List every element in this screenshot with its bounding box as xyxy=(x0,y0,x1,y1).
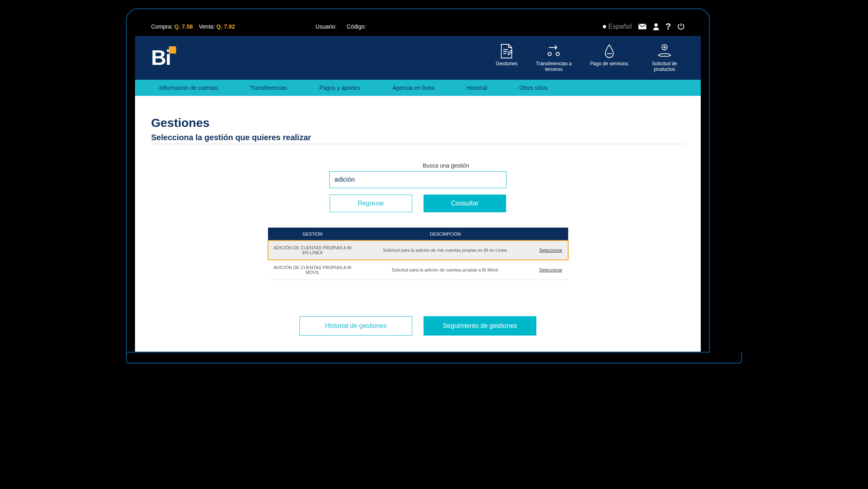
language-label: Español xyxy=(608,23,632,30)
nav-informacion-cuentas[interactable]: Información de cuentas xyxy=(159,85,218,91)
nav-historial[interactable]: Historial xyxy=(467,85,487,91)
hand-plus-icon xyxy=(656,43,673,59)
header: Bi Gestiones Transferencias a terceros xyxy=(135,36,701,80)
power-icon[interactable] xyxy=(677,23,685,30)
main-content: Gestiones Selecciona la gestión que quie… xyxy=(135,96,701,352)
nav-agencia-linea[interactable]: Agencia en línea xyxy=(392,85,434,91)
nav-otros-sitios[interactable]: Otros sitios xyxy=(519,85,548,91)
header-action-transferencias[interactable]: Transferencias a terceros xyxy=(534,43,574,73)
codigo-label: Código: xyxy=(347,23,366,30)
page-subtitle: Selecciona la gestión que quieres realiz… xyxy=(151,133,685,142)
compra-label: Compra: xyxy=(151,23,173,30)
nav-transferencias[interactable]: Transferencias xyxy=(250,85,287,91)
page-title: Gestiones xyxy=(151,116,685,130)
select-link[interactable]: Seleccionar xyxy=(539,248,562,253)
help-icon[interactable]: ? xyxy=(666,21,671,32)
logo-square-icon xyxy=(169,46,176,54)
compra-value: Q. 7.58 xyxy=(174,23,193,30)
language-selector[interactable]: Español xyxy=(603,23,632,30)
user-icon[interactable] xyxy=(653,23,659,30)
table-header-descripcion: DESCRIPCIÓN xyxy=(357,228,534,240)
cell-gestion: ADICIÓN DE CUENTAS PROPIAS A BI MÓVIL xyxy=(268,260,357,280)
venta-value: Q. 7.92 xyxy=(216,23,235,30)
logo[interactable]: Bi xyxy=(151,46,170,70)
mail-icon[interactable] xyxy=(638,24,646,29)
history-button[interactable]: Historial de gestiones xyxy=(299,316,412,336)
header-action-pago-servicios[interactable]: Pago de servicios xyxy=(590,43,628,73)
table-row: ADICIÓN DE CUENTAS PROPIAS A BI EN LÍNEA… xyxy=(268,240,568,260)
venta-label: Venta: xyxy=(199,23,215,30)
svg-point-1 xyxy=(654,23,658,27)
svg-point-2 xyxy=(548,52,551,56)
document-icon xyxy=(498,43,515,59)
query-button[interactable]: Consultar xyxy=(424,195,506,212)
title-divider xyxy=(151,144,685,144)
drop-icon xyxy=(601,43,617,59)
navbar: Información de cuentas Transferencias Pa… xyxy=(135,80,701,96)
table-header-gestion: GESTIÓN xyxy=(268,228,357,240)
select-link[interactable]: Seleccionar xyxy=(539,267,562,272)
table-header-action xyxy=(534,228,568,240)
cell-descripcion: Solicitud para la adición de cuentas pro… xyxy=(357,260,534,280)
results-table: GESTIÓN DESCRIPCIÓN ADICIÓN DE CUENTAS P… xyxy=(268,228,568,280)
transfer-icon xyxy=(546,43,562,59)
topbar: Compra: Q. 7.58 Venta: Q. 7.92 Usuario: … xyxy=(135,17,701,36)
cell-descripcion: Solicitud para la adición de mis cuentas… xyxy=(357,240,534,260)
cell-gestion: ADICIÓN DE CUENTAS PROPIAS A BI EN LÍNEA xyxy=(268,240,357,260)
search-input[interactable] xyxy=(329,171,507,188)
table-row: ADICIÓN DE CUENTAS PROPIAS A BI MÓVIL So… xyxy=(268,260,568,280)
search-label: Busca una gestión xyxy=(423,162,469,169)
svg-point-3 xyxy=(556,52,559,56)
back-button[interactable]: Regresar xyxy=(330,195,412,212)
language-dot-icon xyxy=(603,25,606,28)
followup-button[interactable]: Seguimiento de gestiones xyxy=(424,316,536,336)
header-action-gestiones[interactable]: Gestiones xyxy=(496,43,517,73)
usuario-label: Usuario: xyxy=(316,23,336,30)
nav-pagos-aportes[interactable]: Pagos y aportes xyxy=(320,85,360,91)
header-action-solicitud-productos[interactable]: Solicitud de productos xyxy=(644,43,685,73)
